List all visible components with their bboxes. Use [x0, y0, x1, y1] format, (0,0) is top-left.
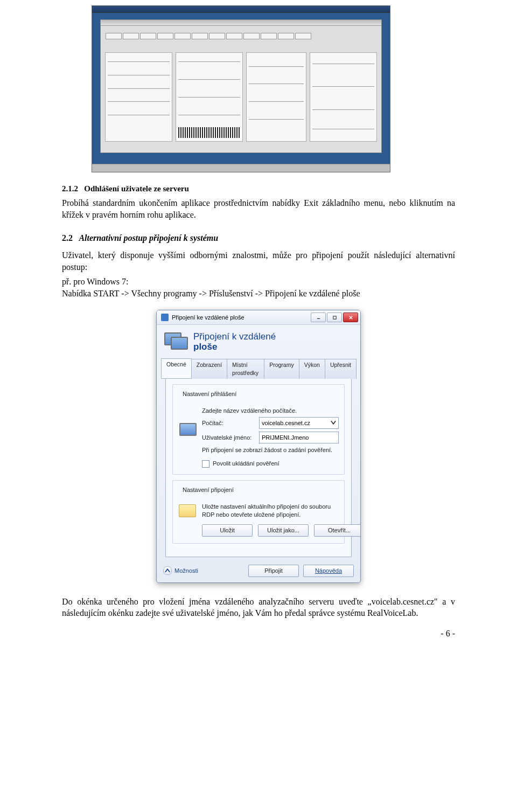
- username-input-value: PRIJMENI.Jmeno: [262, 434, 309, 442]
- windows7-navigation-path: Nabídka START -> Všechny programy -> Pří…: [62, 289, 360, 298]
- dialog-header-line2: ploše: [193, 342, 217, 352]
- credentials-note: Při připojení se zobrazí žádost o zadání…: [202, 446, 339, 454]
- save-as-button[interactable]: Uložit jako...: [258, 524, 309, 537]
- section-22-number: 2.2: [62, 233, 73, 242]
- close-button[interactable]: [343, 313, 358, 322]
- group-connection-settings: Nastavení připojení Uložte nastavení akt…: [172, 480, 345, 544]
- help-button[interactable]: Nápověda: [303, 565, 354, 577]
- checkbox-icon: [202, 460, 209, 468]
- remote-desktop-icon: [164, 330, 187, 353]
- section-22-paragraph-1: Uživatel, který disponuje vyššími odborn…: [62, 249, 455, 273]
- screenshot-titlebar: [92, 6, 390, 13]
- minimize-button[interactable]: [311, 313, 326, 322]
- dialog-header: Připojení k vzdálené ploše: [157, 325, 360, 357]
- tab-programy[interactable]: Programy: [264, 359, 299, 378]
- dialog-title-text: Připojení ke vzdálené ploše: [172, 314, 310, 322]
- checkbox-label: Povolit ukládání pověření: [213, 460, 280, 468]
- computer-input-value: voicelab.cesnet.cz: [262, 419, 310, 427]
- options-toggle[interactable]: Možnosti: [163, 566, 198, 575]
- dialog-title-icon: [161, 314, 169, 321]
- remote-desktop-dialog: Připojení ke vzdálené ploše Připojení k …: [156, 310, 361, 582]
- section-22-title: Alternativní postup připojení k systému: [79, 233, 218, 242]
- group-login-title: Nastavení přihlášení: [180, 390, 239, 398]
- dialog-header-text: Připojení k vzdálené ploše: [193, 331, 276, 352]
- section-212-number: 2.1.2: [62, 184, 78, 193]
- login-intro-text: Zadejte název vzdáleného počítače.: [202, 407, 339, 415]
- tab-vykon[interactable]: Výkon: [299, 359, 325, 378]
- computer-icon: [178, 421, 197, 439]
- connect-button[interactable]: Připojit: [248, 565, 299, 577]
- svg-rect-1: [333, 316, 336, 319]
- tab-obecne[interactable]: Obecné: [161, 358, 192, 378]
- dialog-header-line1: Připojení k vzdálené: [193, 331, 276, 342]
- windows7-example-label: př. pro Windows 7:: [62, 277, 129, 286]
- section-212-paragraph: Probíhá standardním ukončením aplikace p…: [62, 197, 455, 220]
- screenshot-taskbar: [92, 164, 390, 172]
- tab-zobrazeni[interactable]: Zobrazení: [191, 359, 227, 378]
- save-button[interactable]: Uložit: [202, 524, 253, 537]
- screenshot-inner-window: [100, 19, 382, 153]
- computer-input[interactable]: voicelab.cesnet.cz: [259, 417, 339, 429]
- chevron-up-icon: [163, 566, 172, 575]
- options-label: Možnosti: [174, 567, 198, 575]
- group-connection-title: Nastavení připojení: [180, 486, 236, 494]
- realvoicelab-screenshot: [92, 5, 390, 172]
- dialog-titlebar: Připojení ke vzdálené ploše: [157, 310, 360, 325]
- label-computer: Počítač:: [202, 419, 256, 427]
- maximize-button[interactable]: [327, 313, 342, 322]
- help-label: Nápověda: [315, 567, 342, 575]
- open-button[interactable]: Otevřít...: [314, 524, 361, 537]
- tab-upresnit[interactable]: Upřesnit: [325, 359, 357, 378]
- tab-mistni-prostredky[interactable]: Místní prostředky: [227, 359, 264, 378]
- connection-intro-text: Uložte nastavení aktuálního připojení do…: [202, 503, 339, 519]
- group-login-settings: Nastavení přihlášení Zadejte název vzdál…: [172, 384, 345, 475]
- chevron-down-icon[interactable]: [330, 419, 337, 426]
- tab-strip: Obecné Zobrazení Místní prostředky Progr…: [161, 358, 356, 378]
- dialog-footer: Možnosti Připojit Nápověda: [157, 561, 360, 582]
- folder-icon: [178, 501, 197, 519]
- label-username: Uživatelské jméno:: [202, 434, 256, 442]
- save-credentials-checkbox[interactable]: Povolit ukládání pověření: [202, 460, 339, 468]
- section-212-title: Odhlášení uživatele ze serveru: [84, 184, 189, 193]
- page-number: - 6 -: [0, 622, 517, 640]
- username-input[interactable]: PRIJMENI.Jmeno: [259, 432, 339, 443]
- section-22-paragraph-3: Do okénka určeného pro vložení jména vzd…: [62, 596, 455, 619]
